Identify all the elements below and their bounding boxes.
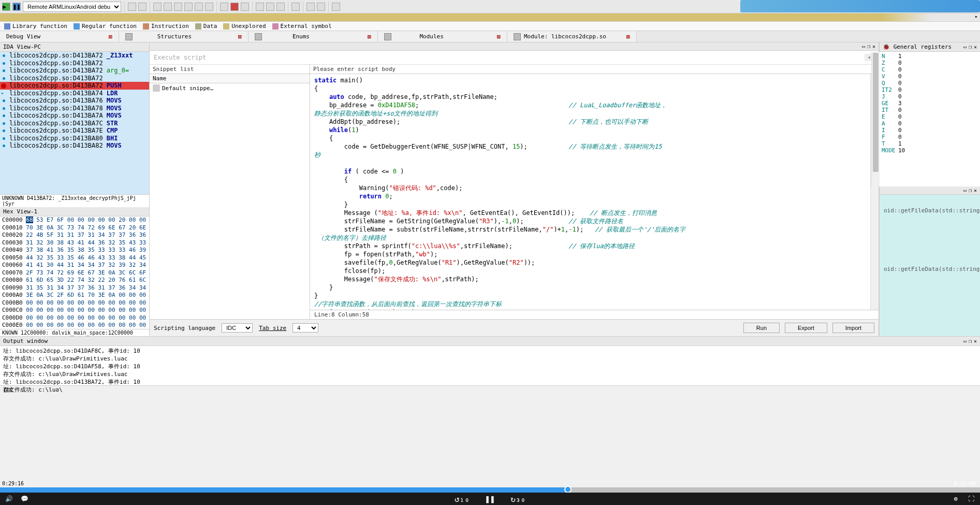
minimize-icon[interactable]: ▭ bbox=[963, 44, 967, 50]
minimize-icon[interactable]: ▭ bbox=[963, 187, 967, 193]
disassembly-view[interactable]: libcocos2dcpp.so:D413BA72 _Z13xxtlibcoco… bbox=[0, 52, 149, 194]
tb-btn-13[interactable] bbox=[266, 3, 274, 11]
hex-line[interactable]: C00040 37 38 41 36 35 38 35 33 33 33 46 … bbox=[0, 247, 149, 254]
tb-run-to[interactable] bbox=[184, 3, 193, 11]
asm-line[interactable]: libcocos2dcpp.so:D413BA82 MOVS bbox=[0, 142, 149, 150]
legend-library: Library function bbox=[12, 23, 67, 30]
tb-btn-17[interactable] bbox=[317, 3, 325, 11]
hex-line[interactable]: C00070 2F 73 74 72 69 6E 67 3E 0A 3C 6C … bbox=[0, 269, 149, 277]
hex-line[interactable]: C00080 61 6D 65 3D 22 74 32 22 20 76 61 … bbox=[0, 277, 149, 284]
hex-line[interactable]: C000A0 3E 0A 3C 2F 6D 61 70 3E 0A 00 00 … bbox=[0, 292, 149, 299]
asm-line[interactable]: libcocos2dcpp.so:D413BA7E CMP bbox=[0, 127, 149, 135]
tb-step-into[interactable] bbox=[164, 3, 172, 11]
asm-line[interactable]: libcocos2dcpp.so:D413BA7C STR bbox=[0, 120, 149, 127]
output-line: 存文件成功: c:\lua\ bbox=[3, 386, 977, 394]
hex-line[interactable]: C000C0 00 00 00 00 00 00 00 00 00 00 00 … bbox=[0, 307, 149, 314]
tb-btn-7[interactable] bbox=[195, 3, 203, 11]
asm-line[interactable]: libcocos2dcpp.so:D413BA7A MOVS bbox=[0, 112, 149, 120]
run-icon[interactable]: ▶ bbox=[2, 3, 10, 11]
exec-label: Execute script bbox=[154, 54, 206, 61]
asm-line[interactable]: libcocos2dcpp.so:D413BA78 MOVS bbox=[0, 105, 149, 112]
tab-enums[interactable]: Enums⊠ bbox=[248, 31, 378, 42]
hex-view[interactable]: C00000 68 53 E7 6F 00 00 00 00 00 20 00 … bbox=[0, 217, 149, 329]
output-body[interactable]: 址: libcocos2dcpp.so:D41DAF8C, 事件id: 10存文… bbox=[0, 346, 980, 395]
export-button[interactable]: Export bbox=[785, 323, 827, 333]
close-icon[interactable]: ✕ bbox=[974, 44, 977, 50]
close-icon[interactable]: ⊠ bbox=[109, 33, 112, 40]
asm-line[interactable]: libcocos2dcpp.so:D413BA76 MOVS bbox=[0, 97, 149, 105]
pause-icon[interactable]: ❚❚ bbox=[12, 3, 21, 11]
tb-btn-2[interactable] bbox=[138, 3, 147, 11]
asm-line[interactable]: libcocos2dcpp.so:D413BA72 _Z13xxt bbox=[0, 52, 149, 60]
tab-debug-view[interactable]: Debug View⊠ bbox=[0, 31, 119, 42]
run-button[interactable]: Run bbox=[743, 323, 780, 333]
tb-btn-18[interactable] bbox=[332, 3, 340, 11]
tb-btn-16[interactable] bbox=[306, 3, 315, 11]
close-icon[interactable]: ✕ bbox=[974, 187, 977, 193]
hex-line[interactable]: C00020 22 4B 5F 31 31 37 31 34 37 37 36 … bbox=[0, 232, 149, 239]
flags-panel[interactable]: N1Z0C0V0Q0IT20J0GE3IT0E0A0I0F0T1MODE10 bbox=[880, 52, 980, 186]
minimize-icon[interactable]: ▭ bbox=[862, 44, 865, 49]
close-icon[interactable]: ⊠ bbox=[368, 33, 371, 40]
tab-modules[interactable]: Modules⊠ bbox=[378, 31, 507, 42]
tb-btn-8[interactable] bbox=[205, 3, 213, 11]
hex-line[interactable]: C00050 44 32 35 33 35 46 46 43 33 38 44 … bbox=[0, 254, 149, 262]
hex-line[interactable]: C000B0 00 00 00 00 00 00 00 00 00 00 00 … bbox=[0, 299, 149, 307]
hex-line[interactable]: C00010 70 3E 0A 3C 73 74 72 69 6E 67 20 … bbox=[0, 224, 149, 232]
close-icon[interactable]: ✕ bbox=[872, 44, 875, 49]
tb-btn-1[interactable] bbox=[128, 3, 136, 11]
hex-line[interactable]: C00060 41 41 30 44 31 34 34 37 32 39 32 … bbox=[0, 262, 149, 269]
tb-btn-15[interactable] bbox=[291, 3, 300, 11]
close-icon[interactable]: ⊠ bbox=[626, 33, 630, 40]
hex-line[interactable]: C00090 31 35 31 34 37 37 36 31 37 36 34 … bbox=[0, 284, 149, 292]
tb-btn-12[interactable] bbox=[256, 3, 264, 11]
asm-line[interactable]: libcocos2dcpp.so:D413BA80 BHI bbox=[0, 135, 149, 142]
flag-J: J0 bbox=[881, 93, 980, 100]
forward-30-icon[interactable]: ↻₃₀ bbox=[510, 494, 525, 504]
asm-line[interactable]: libcocos2dcpp.so:D413BA72 PUSH bbox=[0, 82, 149, 90]
restore-icon[interactable]: ❐ bbox=[969, 44, 972, 50]
restore-icon[interactable]: ❐ bbox=[867, 44, 870, 49]
tab-structures[interactable]: Structures⊠ bbox=[119, 31, 248, 42]
nav-arrow-icon[interactable]: ▸ bbox=[975, 13, 978, 19]
hex-line[interactable]: C000D0 00 00 00 00 00 00 00 00 00 00 00 … bbox=[0, 314, 149, 322]
restore-icon[interactable]: ❐ bbox=[969, 187, 972, 193]
asm-line[interactable]: libcocos2dcpp.so:D413BA74 LDR▸ bbox=[0, 90, 149, 97]
rewind-10-icon[interactable]: ↺₁₀ bbox=[455, 494, 470, 504]
import-button[interactable]: Import bbox=[832, 323, 874, 333]
snippet-item-default[interactable]: Default snippe… bbox=[150, 83, 310, 93]
code-editor[interactable]: static main() { auto code, bp_addrese,fp… bbox=[310, 74, 879, 310]
settings-icon[interactable]: ⚙ bbox=[951, 494, 960, 503]
tb-btn-11[interactable] bbox=[241, 3, 249, 11]
asm-line[interactable]: libcocos2dcpp.so:D413BA72 bbox=[0, 60, 149, 67]
navigation-band[interactable]: ▸ bbox=[0, 13, 980, 22]
comment-icon[interactable]: 💬 bbox=[20, 494, 29, 503]
tb-stop[interactable] bbox=[230, 3, 239, 11]
legend-instruction: Instruction bbox=[151, 23, 189, 30]
restore-icon[interactable]: ❐ bbox=[969, 338, 972, 344]
lang-select[interactable]: IDC bbox=[222, 323, 253, 333]
hex-line[interactable]: C000E0 00 00 00 00 00 00 00 00 00 00 00 … bbox=[0, 322, 149, 329]
fullscreen-icon[interactable]: ⛶ bbox=[967, 494, 976, 503]
debugger-select[interactable]: Remote ARMLinux/Android debugger bbox=[23, 2, 121, 12]
tb-btn-9[interactable] bbox=[220, 3, 228, 11]
tb-step-over[interactable] bbox=[153, 3, 162, 11]
tb-step-out[interactable] bbox=[174, 3, 182, 11]
close-icon[interactable]: ✕ bbox=[974, 338, 977, 344]
hex-line[interactable]: C00030 31 32 30 38 43 41 44 36 32 35 43 … bbox=[0, 239, 149, 247]
play-pause-icon[interactable]: ❚❚ bbox=[485, 494, 495, 504]
asm-line[interactable]: libcocos2dcpp.so:D413BA72 arg_0= bbox=[0, 67, 149, 75]
legend-unexplored: Unexplored bbox=[231, 23, 266, 30]
tab-module-libcocos[interactable]: Module: libcocos2dcpp.so⊠ bbox=[507, 31, 637, 42]
close-icon[interactable]: ⊠ bbox=[497, 33, 501, 40]
progress-handle[interactable] bbox=[564, 486, 572, 493]
tb-btn-14[interactable] bbox=[276, 3, 285, 11]
volume-icon[interactable]: 🔊 bbox=[4, 494, 13, 503]
stack-view[interactable]: oid::getFileData(std::string· oid::getFi… bbox=[880, 195, 980, 336]
hex-line[interactable]: C00000 68 53 E7 6F 00 00 00 00 00 20 00 … bbox=[0, 217, 149, 224]
minimize-icon[interactable]: ▭ bbox=[963, 338, 967, 344]
asm-line[interactable]: libcocos2dcpp.so:D413BA72 bbox=[0, 75, 149, 82]
close-icon[interactable]: ⊠ bbox=[238, 33, 242, 40]
video-progress-bar[interactable] bbox=[0, 487, 980, 493]
tab-size-select[interactable]: 4 bbox=[292, 323, 318, 333]
